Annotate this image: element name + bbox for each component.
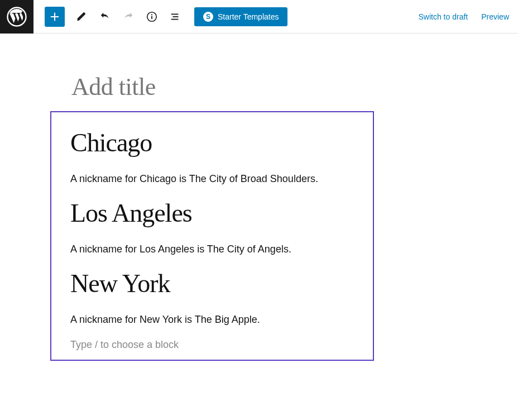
list-view-icon (169, 11, 181, 23)
edit-tool-button[interactable] (71, 7, 92, 27)
redo-icon (122, 11, 135, 23)
toolbar-right: Switch to draft Preview (419, 12, 519, 21)
toolbar-left: S Starter Templates (33, 7, 287, 27)
wordpress-icon (7, 7, 27, 27)
svg-rect-6 (171, 18, 179, 20)
starter-templates-label: Starter Templates (218, 12, 279, 21)
svg-rect-3 (151, 16, 152, 19)
post-title-input[interactable]: Add title (50, 73, 518, 101)
pencil-icon (75, 11, 88, 23)
starter-templates-icon: S (203, 12, 213, 22)
paragraph-block[interactable]: A nickname for New York is The Big Apple… (70, 314, 354, 326)
editor-canvas: Add title Chicago A nickname for Chicago… (0, 34, 518, 361)
svg-rect-4 (171, 13, 179, 15)
selected-blocks-outline: Chicago A nickname for Chicago is The Ci… (50, 111, 374, 361)
paragraph-block[interactable]: A nickname for Los Angeles is The City o… (70, 244, 354, 255)
undo-button[interactable] (95, 7, 115, 27)
paragraph-block[interactable]: A nickname for Chicago is The City of Br… (70, 173, 354, 185)
plus-icon (49, 11, 61, 23)
add-block-button[interactable] (45, 7, 65, 27)
heading-block[interactable]: Los Angeles (70, 198, 354, 228)
preview-button[interactable]: Preview (481, 12, 509, 21)
wordpress-logo[interactable] (0, 0, 33, 34)
undo-icon (99, 11, 111, 23)
info-button[interactable] (142, 7, 162, 27)
block-appender[interactable]: Type / to choose a block (70, 339, 354, 351)
editor-top-toolbar: S Starter Templates Switch to draft Prev… (0, 0, 518, 34)
heading-block[interactable]: Chicago (70, 128, 354, 157)
heading-block[interactable]: New York (70, 269, 354, 298)
svg-rect-5 (172, 16, 178, 17)
svg-point-2 (151, 14, 152, 15)
starter-templates-button[interactable]: S Starter Templates (194, 7, 287, 26)
list-view-button[interactable] (165, 7, 185, 27)
switch-to-draft-button[interactable]: Switch to draft (419, 12, 468, 21)
info-icon (146, 11, 158, 23)
redo-button[interactable] (118, 7, 138, 27)
